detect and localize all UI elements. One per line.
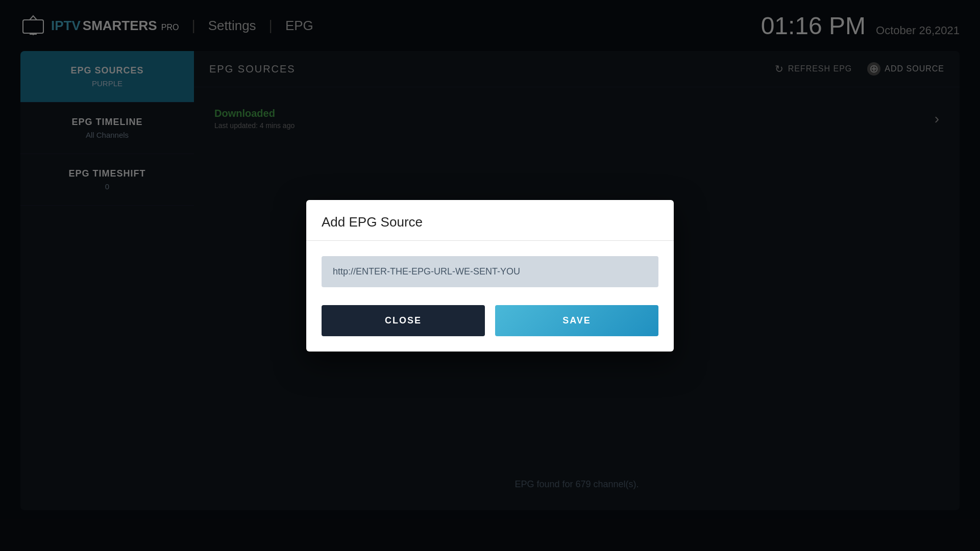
dialog-footer: CLOSE SAVE: [306, 297, 674, 352]
add-epg-source-dialog: Add EPG Source CLOSE SAVE: [306, 200, 674, 352]
close-button[interactable]: CLOSE: [322, 305, 485, 336]
save-button[interactable]: SAVE: [495, 305, 658, 336]
modal-overlay[interactable]: Add EPG Source CLOSE SAVE: [0, 0, 980, 551]
epg-url-input[interactable]: [322, 256, 658, 287]
dialog-header: Add EPG Source: [306, 200, 674, 241]
dialog-body: [306, 241, 674, 297]
dialog-title: Add EPG Source: [322, 214, 423, 230]
